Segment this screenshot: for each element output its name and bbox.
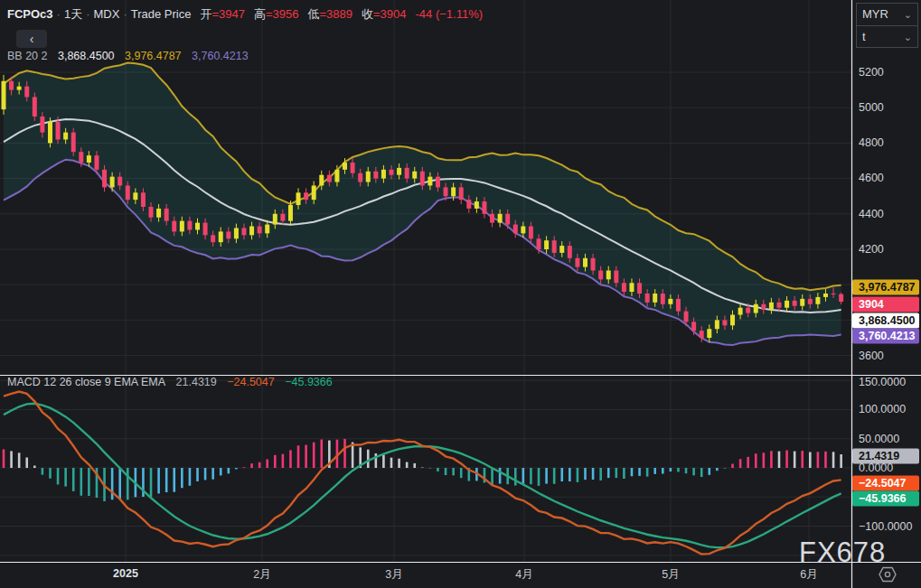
time-label: 2月: [253, 567, 270, 583]
chart-canvas[interactable]: [0, 0, 921, 588]
price-tick: 5000: [859, 101, 884, 114]
symbol-name[interactable]: FCPOc3: [7, 7, 53, 21]
macd-tick: −100.0000: [859, 520, 912, 533]
fx678-watermark: FX678: [799, 537, 886, 569]
macd-hist-value-label: 21.4319: [852, 449, 919, 464]
bb-lower-price-label: 3,760.4213: [852, 329, 919, 344]
ohlc-label: 收: [362, 7, 373, 21]
separator-dot: ·: [119, 7, 130, 21]
ohlc-value: =3956: [266, 7, 299, 21]
currency-unit-box: MYR ⌄ t ⌄: [856, 3, 918, 48]
chevron-down-icon: ⌄: [904, 4, 912, 25]
bb-lower-value: 3,760.4213: [192, 50, 249, 62]
symbol-status-row: FCPOc3·1天·MDX·Trade Price开=3947高=3956低=3…: [7, 6, 483, 23]
price-change: -44 (−1.11%): [416, 7, 484, 21]
back-button[interactable]: ‹: [16, 30, 47, 48]
ohlc-value: =3904: [373, 7, 407, 21]
ohlc-value: =3947: [211, 7, 245, 21]
bb-indicator-title: BB 20 2: [7, 50, 47, 62]
time-label: 3月: [385, 567, 402, 583]
macd-tick: 50.0000: [859, 433, 899, 445]
bb-upper-price-label: 3,976.4787: [852, 280, 919, 295]
bb-basis-price-label: 3,868.4500: [852, 313, 919, 329]
price-tick: 4400: [859, 208, 884, 220]
macd-line-value-label: −24.5047: [852, 476, 919, 491]
macd-signal-value: −45.9366: [285, 376, 332, 388]
ohlc-label: 低: [307, 7, 319, 21]
currency-value: MYR: [862, 4, 888, 25]
unit-value: t: [862, 26, 866, 48]
chevron-left-icon: ‹: [30, 32, 34, 46]
chevron-down-icon: ⌄: [904, 26, 912, 48]
scale-settings-icon[interactable]: [879, 566, 897, 583]
price-tick: 4800: [859, 136, 884, 149]
interval-value[interactable]: 1天: [64, 7, 82, 21]
price-tick: 3600: [859, 350, 884, 362]
bb-basis-value: 3,868.4500: [58, 50, 115, 62]
price-tick: 4600: [859, 172, 884, 184]
currency-dropdown[interactable]: MYR ⌄: [857, 4, 917, 25]
time-label: 4月: [515, 567, 532, 583]
bb-upper-value: 3,976.4787: [125, 50, 182, 62]
time-label: 6月: [800, 567, 817, 583]
macd-signal-value-label: −45.9366: [852, 491, 919, 507]
trading-chart-app: FCPOc3·1天·MDX·Trade Price开=3947高=3956低=3…: [0, 0, 921, 588]
macd-tick: 100.0000: [859, 403, 906, 415]
price-tick: 5200: [859, 66, 884, 79]
macd-line-value: −24.5047: [227, 376, 274, 388]
ohlc-value: =3889: [319, 7, 352, 21]
exchange-name: MDX: [94, 7, 120, 21]
series-type: Trade Price: [131, 7, 192, 21]
separator-dot: ·: [82, 7, 93, 21]
macd-indicator-row[interactable]: MACD 12 26 close 9 EMA EMA 21.4319 −24.5…: [7, 376, 333, 388]
last-price-label: 3904: [852, 297, 919, 313]
time-label: 2025: [113, 567, 138, 580]
ohlc-label: 高: [254, 7, 266, 21]
ohlc-label: 开: [200, 7, 211, 21]
ohlc-readout: 开=3947高=3956低=3889收=3904-44 (−1.11%): [191, 7, 483, 21]
macd-hist-value: 21.4319: [176, 376, 217, 388]
bb-indicator-row[interactable]: BB 20 2 3,868.4500 3,976.4787 3,760.4213: [7, 50, 249, 62]
price-tick: 4200: [859, 243, 884, 256]
macd-tick: 150.0000: [859, 376, 906, 388]
unit-dropdown[interactable]: t ⌄: [857, 25, 917, 48]
time-label: 5月: [662, 567, 679, 583]
separator-dot: ·: [53, 7, 64, 21]
macd-indicator-title: MACD 12 26 close 9 EMA EMA: [7, 376, 165, 388]
